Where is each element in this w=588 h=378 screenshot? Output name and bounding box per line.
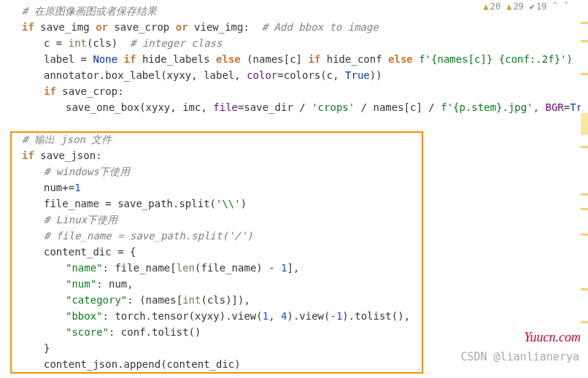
code-line: annotator.box_label(xyxy, label, color=c… <box>22 67 588 83</box>
code-line: file_name = save_path.split('\\') <box>22 196 588 212</box>
error-stripe[interactable] <box>581 0 588 378</box>
code-editor[interactable]: # 在原图像画图或者保存结果 if save_img or save_crop … <box>0 0 588 372</box>
code-line: "num": num, <box>22 276 588 292</box>
code-line: if save_crop: <box>22 83 588 99</box>
code-line: save_one_box(xyxy, imc, file=save_dir / … <box>22 99 588 115</box>
watermark-csdn: CSDN @lianlianerya <box>460 350 579 363</box>
code-line: "category": (names[int(cls)]), <box>22 292 588 308</box>
code-line: "name": file_name[len(file_name) - 1], <box>22 260 588 276</box>
code-line: # 输出 json 文件 <box>22 131 588 147</box>
code-line: if save_img or save_crop or view_img: # … <box>22 19 588 35</box>
code-line: num+=1 <box>22 180 588 196</box>
watermark-yuucn: Yuucn.com <box>524 330 581 345</box>
code-line: "score": conf.tolist() <box>22 324 588 340</box>
code-line: # 在原图像画图或者保存结果 <box>22 3 588 19</box>
code-line: label = None if hide_labels else (names[… <box>22 51 588 67</box>
code-line: # file_name = save_path.split('/') <box>22 228 588 244</box>
code-line <box>22 115 588 131</box>
code-line: content_dic = { <box>22 244 588 260</box>
code-line: if save_json: <box>22 147 588 163</box>
code-line: c = int(cls) # integer class <box>22 35 588 51</box>
code-line: # windows下使用 <box>22 163 588 180</box>
code-line: "bbox": torch.tensor(xyxy).view(1, 4).vi… <box>22 308 588 324</box>
code-line: # Linux下使用 <box>22 212 588 228</box>
